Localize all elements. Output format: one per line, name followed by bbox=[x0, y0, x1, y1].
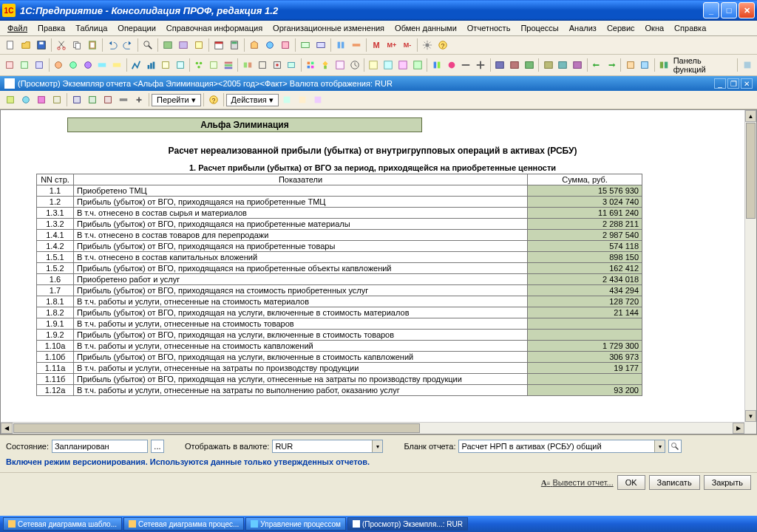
t2-10-icon[interactable] bbox=[143, 58, 157, 72]
t2-31-icon[interactable] bbox=[474, 58, 488, 72]
t2-13-icon[interactable] bbox=[192, 58, 206, 72]
find-icon[interactable] bbox=[140, 38, 155, 52]
tool-e-icon[interactable] bbox=[262, 38, 277, 52]
tool-h-icon[interactable] bbox=[313, 38, 328, 52]
print-report-link[interactable]: A≡ Вывести отчет... bbox=[541, 478, 614, 487]
panel-functions-label[interactable]: Панель функций bbox=[672, 56, 736, 74]
window-maximize-button[interactable]: □ bbox=[721, 2, 737, 18]
table-row[interactable]: 1.8.1В т.ч. работы и услуги, отнесенные … bbox=[37, 296, 642, 307]
document-minimize-button[interactable]: _ bbox=[714, 78, 726, 89]
table-row[interactable]: 1.12аВ т.ч. работы и услуги, отнесенные … bbox=[37, 385, 642, 396]
panel-functions-icon[interactable] bbox=[657, 58, 671, 72]
scroll-left-icon[interactable]: ◀ bbox=[1, 423, 13, 434]
t2-12-icon[interactable] bbox=[173, 58, 187, 72]
table-row[interactable]: 1.9.1В т.ч. работы и услуги, отнесенные … bbox=[37, 318, 642, 330]
table-row[interactable]: 1.6Приобретено работ и услуг2 434 018 bbox=[37, 274, 642, 285]
menu-help[interactable]: Справка bbox=[670, 22, 710, 34]
menu-windows[interactable]: Окна bbox=[641, 22, 669, 34]
task-item-1[interactable]: Сетевая диаграмма шабло... bbox=[3, 517, 122, 531]
redo-icon[interactable] bbox=[120, 38, 135, 52]
help-icon[interactable]: ? bbox=[435, 38, 450, 52]
doc-tool9-icon[interactable] bbox=[132, 92, 146, 107]
t2-25-icon[interactable] bbox=[381, 58, 396, 72]
close-button[interactable]: Закрыть bbox=[704, 475, 751, 490]
table-row[interactable]: 1.7Прибыль (убыток) от ВГО, приходящаяся… bbox=[37, 285, 642, 296]
state-field[interactable]: Запланирован bbox=[52, 440, 148, 453]
table-row[interactable]: 1.3.1В т.ч. отнесено в состав сырья и ма… bbox=[37, 208, 642, 219]
window-close-button[interactable]: ✕ bbox=[739, 2, 755, 18]
table-row[interactable]: 1.2Прибыль (убыток) от ВГО, приходящаяся… bbox=[37, 197, 642, 208]
t2-41-icon[interactable] bbox=[638, 58, 652, 72]
t2-22-icon[interactable] bbox=[333, 58, 347, 72]
doc-tool6-icon[interactable] bbox=[85, 92, 100, 107]
table-row[interactable]: 1.8.2Прибыль (убыток) от ВГО, приходящая… bbox=[37, 307, 642, 318]
t2-37-icon[interactable] bbox=[571, 58, 585, 72]
doc-toolC-icon[interactable] bbox=[310, 92, 325, 107]
t2-03-icon[interactable] bbox=[33, 58, 47, 72]
doc-toolA-icon[interactable] bbox=[279, 92, 294, 107]
doc-toolB-icon[interactable] bbox=[295, 92, 310, 107]
m-icon[interactable]: M bbox=[369, 38, 384, 52]
table-row[interactable]: 1.11бПрибыль (убыток) от ВГО, приходящая… bbox=[37, 374, 642, 385]
t2-32-icon[interactable] bbox=[493, 58, 507, 72]
t2-18-icon[interactable] bbox=[270, 58, 284, 72]
tool-d-icon[interactable] bbox=[247, 38, 262, 52]
menu-reference[interactable]: Справочная информация bbox=[162, 22, 267, 34]
save-button[interactable]: Записать bbox=[649, 475, 700, 490]
t2-17-icon[interactable] bbox=[255, 58, 269, 72]
m-minus-icon[interactable]: M- bbox=[400, 38, 415, 52]
t2-38-icon[interactable] bbox=[590, 58, 604, 72]
menu-file[interactable]: Файл bbox=[3, 22, 32, 34]
menu-operations[interactable]: Операции bbox=[113, 22, 160, 34]
t2-05-icon[interactable] bbox=[66, 58, 80, 72]
menu-analysis[interactable]: Анализ bbox=[565, 22, 601, 34]
t2-15-icon[interactable] bbox=[222, 58, 236, 72]
doc-help-icon[interactable]: ? bbox=[206, 92, 221, 107]
table-row[interactable]: 1.4.1В т.ч. отнесено в состав товаров дл… bbox=[37, 230, 642, 241]
ok-button[interactable]: OK bbox=[617, 475, 645, 490]
tool-i-icon[interactable] bbox=[333, 38, 348, 52]
settings-icon[interactable] bbox=[420, 38, 435, 52]
window-minimize-button[interactable]: _ bbox=[703, 2, 719, 18]
t2-40-icon[interactable] bbox=[623, 58, 637, 72]
t2-21-icon[interactable] bbox=[319, 58, 333, 72]
doc-tool5-icon[interactable] bbox=[69, 92, 84, 107]
tool-g-icon[interactable] bbox=[298, 38, 313, 52]
doc-tool1-icon[interactable] bbox=[3, 92, 18, 107]
t2-01-icon[interactable] bbox=[3, 58, 17, 72]
t2-39-icon[interactable] bbox=[604, 58, 618, 72]
t2-11-icon[interactable] bbox=[158, 58, 172, 72]
scroll-right-icon[interactable]: ▶ bbox=[733, 423, 744, 434]
doc-tool4-icon[interactable] bbox=[50, 92, 64, 107]
t2-16-icon[interactable] bbox=[240, 58, 254, 72]
t2-08-icon[interactable] bbox=[110, 58, 124, 72]
scroll-down-icon[interactable]: ▼ bbox=[745, 410, 756, 422]
menu-processes[interactable]: Процессы bbox=[516, 22, 563, 34]
menu-edit[interactable]: Правка bbox=[33, 22, 69, 34]
state-ellipsis-button[interactable]: ... bbox=[151, 440, 164, 453]
doc-tool8-icon[interactable] bbox=[116, 92, 131, 107]
currency-combo[interactable]: RUR▾ bbox=[272, 440, 383, 453]
table-row[interactable]: 1.3.2Прибыль (убыток) от ВГО, приходящая… bbox=[37, 219, 642, 230]
table-row[interactable]: 1.10бПрибыль (убыток) от ВГО, приходящая… bbox=[37, 352, 642, 363]
doc-tool7-icon[interactable] bbox=[101, 92, 115, 107]
t2-14-icon[interactable] bbox=[207, 58, 221, 72]
table-row[interactable]: 1.10аВ т.ч. работы и услуги, отнесенные … bbox=[37, 341, 642, 352]
calc-icon[interactable] bbox=[227, 38, 242, 52]
t2-34-icon[interactable] bbox=[522, 58, 536, 72]
doc-tool3-icon[interactable] bbox=[34, 92, 49, 107]
t2-30-icon[interactable] bbox=[459, 58, 473, 72]
table-row[interactable]: 1.9.2Прибыль (убыток) от ВГО, приходящая… bbox=[37, 330, 642, 341]
t2-27-icon[interactable] bbox=[411, 58, 425, 72]
table-row[interactable]: 1.4.2Прибыль (убыток) от ВГО, приходящая… bbox=[37, 241, 642, 252]
table-row[interactable]: 1.1Приобретено ТМЦ15 576 930 bbox=[37, 185, 642, 197]
vertical-scrollbar[interactable]: ▲ ▼ bbox=[744, 110, 756, 422]
task-item-4[interactable]: (Просмотр) Экземпля...: RUR bbox=[347, 517, 468, 531]
open-icon[interactable] bbox=[18, 38, 33, 52]
undo-icon[interactable] bbox=[105, 38, 120, 52]
t2-36-icon[interactable] bbox=[556, 58, 570, 72]
t2-26-icon[interactable] bbox=[396, 58, 410, 72]
task-item-2[interactable]: Сетевая диаграмма процес... bbox=[123, 517, 244, 531]
hscroll-thumb[interactable] bbox=[13, 423, 420, 433]
t2-02-icon[interactable] bbox=[18, 58, 32, 72]
